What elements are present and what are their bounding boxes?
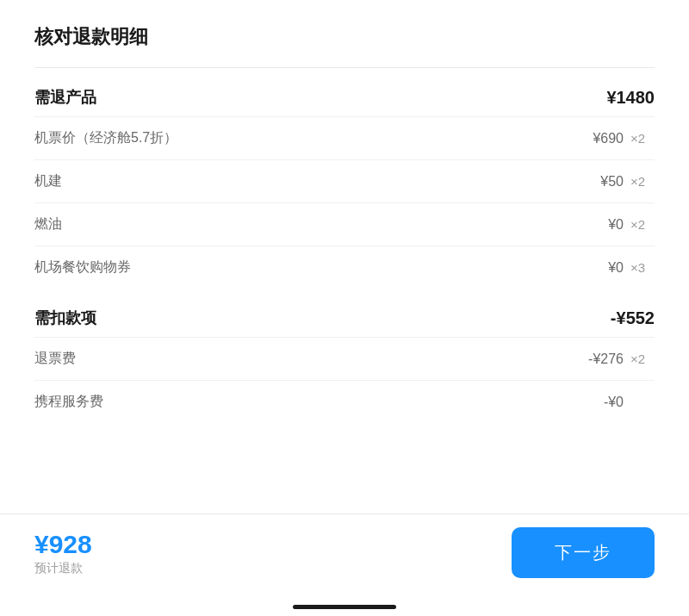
item-value-ticket-price: ¥690 ×2 [572,131,655,146]
item-value-fuel: ¥0 ×2 [572,217,655,233]
main-card: 核对退款明细 需退产品 ¥1480 机票价（经济舱5.7折） ¥690 ×2 机… [0,0,689,616]
list-item: 退票费 -¥276 ×2 [34,338,655,380]
item-amount-voucher: ¥0 [572,260,624,276]
item-value-refund-fee: -¥276 ×2 [572,352,655,367]
bottom-bar: ¥928 预计退款 下一步 [0,513,689,600]
list-item: 燃油 ¥0 ×2 [34,203,655,246]
section-deductions-total: -¥552 [611,308,655,328]
item-amount-airport-fee: ¥50 [572,174,624,190]
list-item: 携程服务费 -¥0 [34,381,655,423]
section-deductions-header: 需扣款项 -¥552 [34,289,655,337]
list-item: 机场餐饮购物券 ¥0 ×3 [34,246,655,289]
item-label-refund-fee: 退票费 [34,350,76,368]
section-needs-refund-total: ¥1480 [606,88,655,108]
item-amount-fuel: ¥0 [572,217,624,233]
section-deductions-title: 需扣款项 [34,308,96,328]
next-button[interactable]: 下一步 [512,527,655,578]
item-multiplier-fuel: ×2 [630,217,655,232]
item-value-voucher: ¥0 ×3 [572,260,655,276]
list-item: 机票价（经济舱5.7折） ¥690 ×2 [34,117,655,159]
section-needs-refund-header: 需退产品 ¥1480 [34,68,655,116]
list-item: 机建 ¥50 ×2 [34,160,655,202]
refund-info: ¥928 预计退款 [34,530,92,576]
refund-amount: ¥928 [34,530,92,559]
item-multiplier-airport-fee: ×2 [630,174,655,189]
item-amount-refund-fee: -¥276 [572,352,624,367]
home-bar [293,605,396,609]
page-title: 核对退款明细 [0,0,689,67]
item-label-airport-fee: 机建 [34,172,62,190]
item-label-fuel: 燃油 [34,215,62,233]
item-multiplier-voucher: ×3 [630,260,655,275]
item-label-voucher: 机场餐饮购物券 [34,258,131,277]
item-multiplier-refund-fee: ×2 [630,352,655,366]
home-indicator [0,600,689,616]
item-value-airport-fee: ¥50 ×2 [572,174,655,190]
content-area: 需退产品 ¥1480 机票价（经济舱5.7折） ¥690 ×2 机建 ¥50 ×… [0,68,689,513]
section-needs-refund-title: 需退产品 [34,87,96,108]
item-amount-service-fee: -¥0 [572,395,624,410]
item-label-ticket-price: 机票价（经济舱5.7折） [34,129,177,147]
item-amount-ticket-price: ¥690 [572,131,624,146]
item-value-service-fee: -¥0 [572,395,655,410]
item-multiplier-ticket-price: ×2 [630,131,655,146]
refund-label: 预计退款 [34,561,92,576]
item-label-service-fee: 携程服务费 [34,393,103,411]
